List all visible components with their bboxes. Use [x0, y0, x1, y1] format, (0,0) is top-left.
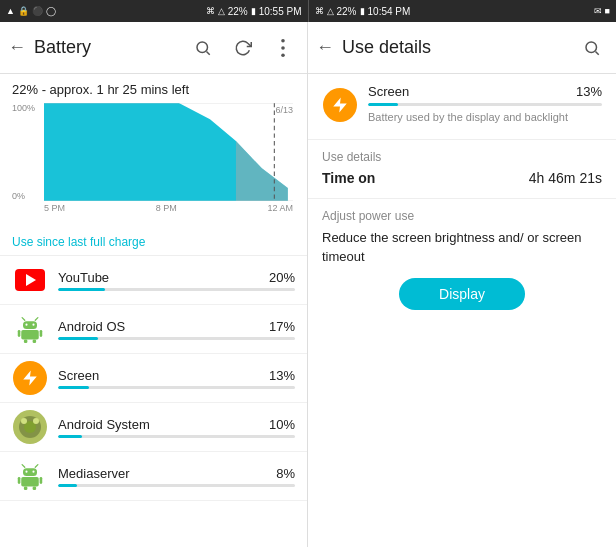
time-on-row: Time on 4h 46m 21s	[322, 170, 602, 186]
svg-point-39	[586, 42, 597, 53]
youtube-progress-fill	[58, 288, 105, 291]
refresh-button[interactable]	[227, 32, 259, 64]
use-details-section-title: Use details	[322, 150, 602, 164]
android-system-progress-bg	[58, 435, 295, 438]
mediaserver-icon	[12, 458, 48, 494]
status-bar-left: ▲ 🔒 ⚫ ◯ ⌘ △ 22% ▮ 10:55 PM	[0, 0, 308, 22]
svg-point-32	[25, 471, 27, 473]
svg-rect-21	[33, 340, 37, 344]
app-item-screen[interactable]: Screen 13%	[0, 354, 307, 403]
battery-icon-left: ▮	[251, 6, 256, 16]
svg-rect-18	[18, 330, 21, 337]
msg-icon: ✉	[594, 6, 602, 16]
svg-line-29	[22, 465, 25, 468]
chart-x-labels: 5 PM 8 PM 12 AM	[44, 203, 293, 223]
use-details-screen-pct: 13%	[576, 84, 602, 99]
android-system-pct: 10%	[269, 417, 295, 432]
youtube-icon	[12, 262, 48, 298]
svg-line-30	[35, 465, 38, 468]
status-bar-right: ⌘ △ 22% ▮ 10:54 PM ✉ ■	[309, 0, 617, 22]
android-os-name: Android OS	[58, 319, 125, 334]
wifi-icon-right: ⌘	[315, 6, 324, 16]
app-item-youtube[interactable]: YouTube 20%	[0, 256, 307, 305]
mediaserver-name: Mediaserver	[58, 466, 130, 481]
status-bar: ▲ 🔒 ⚫ ◯ ⌘ △ 22% ▮ 10:55 PM ⌘ △ 22% ▮ 10:…	[0, 0, 616, 22]
signal-icon-right: △	[327, 6, 334, 16]
screen-info: Screen 13%	[58, 368, 295, 389]
screen-usage-section: Screen 13% Battery used by the display a…	[308, 74, 616, 140]
right-right-icons: ✉ ■	[594, 6, 610, 16]
svg-rect-34	[21, 477, 39, 487]
back-button[interactable]: ←	[8, 37, 26, 58]
app-item-android-system[interactable]: Android System 10%	[0, 403, 307, 452]
app-item-mediaserver[interactable]: Mediaserver 8%	[0, 452, 307, 501]
chart-y-labels: 100% 0%	[12, 103, 44, 201]
svg-rect-19	[40, 330, 43, 337]
use-details-back-button[interactable]: ←	[316, 37, 334, 58]
battery-status-text: 22% - approx. 1 hr 25 mins left	[12, 82, 295, 97]
use-since-label[interactable]: Use since last full charge	[0, 231, 307, 256]
battery-content: 22% - approx. 1 hr 25 mins left 100% 0%	[0, 74, 307, 231]
svg-rect-35	[18, 477, 21, 484]
use-details-screen-progress-bg	[368, 103, 602, 106]
left-right-status-icons: ⌘ △ 22% ▮ 10:55 PM	[206, 6, 302, 17]
svg-point-0	[197, 42, 208, 53]
android-os-icon	[12, 311, 48, 347]
svg-point-16	[32, 324, 34, 326]
svg-point-3	[281, 46, 285, 50]
time-right: 10:54 PM	[368, 6, 411, 17]
mediaserver-info: Mediaserver 8%	[58, 466, 295, 487]
search-button[interactable]	[187, 32, 219, 64]
svg-line-40	[595, 51, 598, 54]
android-os-progress-fill	[58, 337, 98, 340]
screen-icon	[12, 360, 48, 396]
display-button[interactable]: Display	[399, 278, 525, 310]
chart-svg-area	[44, 103, 293, 201]
headset-icon: ⚫	[32, 6, 43, 16]
use-details-search-button[interactable]	[576, 32, 608, 64]
svg-rect-31	[23, 468, 37, 476]
svg-line-12	[22, 318, 25, 321]
svg-point-33	[32, 471, 34, 473]
svg-line-13	[35, 318, 38, 321]
time-on-value: 4h 46m 21s	[529, 170, 602, 186]
battery-pct-left: 22%	[228, 6, 248, 17]
chart-y-top: 100%	[12, 103, 44, 113]
signal-icon-left: △	[218, 6, 225, 16]
app-item-android-os[interactable]: Android OS 17%	[0, 305, 307, 354]
left-status-icons: ▲ 🔒 ⚫ ◯	[6, 6, 56, 16]
screen-name: Screen	[58, 368, 99, 383]
android-system-icon	[12, 409, 48, 445]
mediaserver-progress-bg	[58, 484, 295, 487]
more-options-button[interactable]	[267, 32, 299, 64]
svg-marker-6	[236, 141, 288, 201]
main-content: ← Battery	[0, 22, 616, 547]
battery-pct-right: 22%	[337, 6, 357, 17]
svg-point-25	[21, 418, 27, 424]
battery-icon-right: ▮	[360, 6, 365, 16]
battery-title: Battery	[34, 37, 187, 58]
use-details-screen-name: Screen	[368, 84, 409, 99]
use-details-screen-info: Screen 13% Battery used by the display a…	[368, 84, 602, 125]
svg-point-4	[281, 53, 285, 57]
wifi-icon-left: ⌘	[206, 6, 215, 16]
right-panel: ← Use details	[308, 22, 616, 547]
time-left: 10:55 PM	[259, 6, 302, 17]
use-details-app-bar: ← Use details	[308, 22, 616, 74]
left-panel: ← Battery	[0, 22, 308, 547]
dashed-line-label: 6/13	[275, 105, 293, 115]
adjust-power-title: Adjust power use	[322, 209, 602, 223]
use-details-screen-desc: Battery used by the display and backligh…	[368, 110, 602, 125]
right-left-icons: ⌘ △ 22% ▮ 10:54 PM	[315, 6, 411, 17]
youtube-pct: 20%	[269, 270, 295, 285]
android-system-name: Android System	[58, 417, 150, 432]
time-on-label: Time on	[322, 170, 375, 186]
android-os-info: Android OS 17%	[58, 319, 295, 340]
chart-x-label-0: 5 PM	[44, 203, 65, 223]
android-os-progress-bg	[58, 337, 295, 340]
android-os-pct: 17%	[269, 319, 295, 334]
screen-usage-row: Screen 13% Battery used by the display a…	[322, 84, 602, 125]
svg-point-2	[281, 39, 285, 43]
app-icon-r: ■	[605, 6, 610, 16]
time-details-section: Use details Time on 4h 46m 21s	[308, 140, 616, 199]
